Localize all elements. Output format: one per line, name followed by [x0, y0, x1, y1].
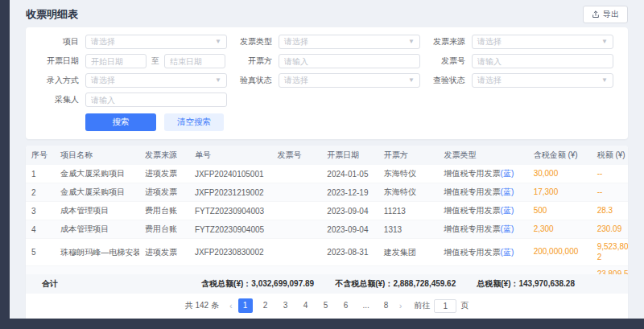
type-tag: (蓝) [501, 169, 514, 178]
cell-issuer: 东海特仪 [378, 183, 439, 202]
verify-status-label: 验真状态 [230, 75, 272, 86]
goto-page: 前往 页 [414, 299, 469, 313]
cell-seq: 1 [26, 165, 55, 183]
cell-order-no: FYTZ20230904005 [189, 220, 272, 239]
cell-tax: -- [592, 165, 628, 183]
taxed-total: 含税总额(¥)：3,032,699,097.89 [201, 278, 314, 290]
filter-invoice-date: 开票日期 至 [37, 54, 230, 68]
summary-totals: 含税总额(¥)：3,032,699,097.89 不含税总额(¥)：2,888,… [201, 278, 575, 290]
cell-invoice-no [271, 165, 321, 183]
invoice-no-label: 发票号 [423, 56, 465, 67]
cell-source: 进项发票 [139, 239, 189, 266]
clear-search-button[interactable]: 清空搜索 [164, 113, 224, 131]
chevron-down-icon: ▼ [601, 39, 608, 45]
check-status-label: 查验状态 [423, 75, 465, 86]
table-scroll-area[interactable]: 序号 项目名称 发票来源 单号 发票号 开票日期 开票方 发票类型 含税金额 (… [26, 146, 628, 274]
cell-project: 珠穆朗玛峰—电梯安装 [55, 239, 139, 266]
entry-method-select[interactable]: 请选择 ▼ [85, 73, 227, 88]
search-button[interactable]: 搜索 [85, 113, 156, 131]
type-tag: (蓝) [501, 224, 514, 233]
cell-order-no: FYTZ20230904003 [189, 202, 272, 220]
cell-date: 2023-12-19 [321, 183, 378, 202]
chevron-down-icon: ▼ [408, 77, 415, 84]
filter-entry-method: 录入方式 请选择 ▼ [37, 73, 230, 88]
verify-status-select[interactable]: 请选择 ▼ [279, 73, 420, 88]
chevron-down-icon: ▼ [601, 77, 608, 84]
cell-date: 2023-08-31 [321, 266, 378, 275]
table-row: 4 成本管理项目 费用台账 FYTZ20230904005 2023-09-04… [26, 220, 628, 239]
filter-invoice-no: 发票号 [423, 54, 617, 68]
cell-order-no: JXFP20240105001 [189, 165, 272, 183]
cell-issuer: 11213 [378, 202, 439, 220]
cell-project: 成本管理项目 [55, 202, 139, 220]
invoice-date-end-input[interactable] [164, 54, 225, 68]
tax-total: 总税额(¥)：143,970,638.28 [477, 278, 575, 290]
invoice-table: 序号 项目名称 发票来源 单号 发票号 开票日期 开票方 发票类型 含税金额 (… [26, 146, 628, 274]
cell-type: 增值税专用发票(蓝) [439, 165, 528, 183]
invoice-detail-page: 收票明细表 导出 项目 请选择 ▼ 发票类型 请 [10, 0, 644, 319]
invoice-source-select[interactable]: 请选择 ▼ [472, 35, 613, 49]
cell-source: 进项发票 [139, 183, 189, 202]
collector-label: 采集人 [37, 94, 79, 105]
page-button-3[interactable]: 3 [279, 298, 293, 313]
project-select[interactable]: 请选择 ▼ [85, 35, 227, 49]
filter-row-4: 采集人 [37, 93, 617, 107]
cell-invoice-no [271, 266, 321, 275]
page-button-1[interactable]: 1 [238, 298, 253, 313]
date-separator: 至 [151, 56, 159, 67]
pagination: 共 142 条 ‹ 1 2 3 4 5 6 ... 8 › 前往 页 [26, 294, 628, 319]
chevron-down-icon: ▼ [408, 39, 415, 45]
cell-order-no: JXFP20230830002 [189, 239, 272, 266]
table-row: 3 成本管理项目 费用台账 FYTZ20230904003 2023-09-04… [26, 202, 628, 220]
cell-amount: 17,300 [528, 183, 592, 202]
cell-invoice-no [271, 220, 321, 239]
page-button-8[interactable]: 8 [379, 298, 394, 313]
cell-amount: 2,300 [528, 220, 592, 239]
page-button-2[interactable]: 2 [258, 298, 273, 313]
cell-amount: 200,000,000 [528, 239, 592, 266]
cell-project: 金威大厦采购项目 [55, 165, 139, 183]
page-button-4[interactable]: 4 [299, 298, 313, 313]
filter-verify-status: 验真状态 请选择 ▼ [230, 73, 423, 88]
cell-issuer: 1313 [378, 220, 439, 239]
cell-date: 2024-01-05 [321, 165, 378, 183]
filter-collector: 采集人 [37, 93, 230, 107]
cell-project: 成本管理项目 [55, 220, 139, 239]
prev-page-icon[interactable]: ‹ [229, 301, 233, 310]
cell-seq: 4 [26, 220, 55, 239]
table-row: 5 珠穆朗玛峰—电梯安装 进项发票 JXFP20230830002 2023-0… [26, 239, 628, 266]
cell-tax: 9,523,809.52 [592, 239, 628, 266]
filter-buttons: 搜索 清空搜索 [85, 113, 617, 131]
invoice-date-start-input[interactable] [85, 54, 147, 68]
invoice-date-label: 开票日期 [37, 56, 79, 67]
cell-amount: 500 [528, 202, 592, 220]
export-label: 导出 [603, 9, 619, 20]
cell-issuer: 东海特仪 [378, 165, 439, 183]
page-button-6[interactable]: 6 [339, 298, 353, 313]
cell-date: 2023-09-04 [321, 202, 378, 220]
filter-check-status: 查验状态 请选择 ▼ [423, 73, 617, 88]
page-ellipsis[interactable]: ... [359, 298, 374, 313]
header-project: 项目名称 [55, 146, 139, 165]
cell-tax: 230.09 [592, 220, 628, 239]
invoice-type-select[interactable]: 请选择 ▼ [279, 35, 420, 49]
goto-page-input[interactable] [434, 299, 456, 313]
summary-label: 合计 [42, 278, 58, 290]
type-text: 增值税专用发票 [444, 169, 501, 178]
page-button-5[interactable]: 5 [319, 298, 333, 313]
filter-panel: 项目 请选择 ▼ 发票类型 请选择 ▼ 发票来源 请选择 ▼ [26, 27, 628, 139]
collector-input[interactable] [85, 93, 227, 107]
invoice-no-input[interactable] [472, 54, 613, 68]
filter-invoice-source: 发票来源 请选择 ▼ [423, 35, 617, 49]
summary-row: 合计 含税总额(¥)：3,032,699,097.89 不含税总额(¥)：2,8… [26, 274, 628, 294]
next-page-icon[interactable]: › [399, 301, 402, 310]
header-invoice-no: 发票号 [271, 146, 321, 165]
check-status-select[interactable]: 请选择 ▼ [472, 73, 613, 88]
cell-seq: 5 [26, 239, 55, 266]
type-tag: (蓝) [501, 206, 514, 215]
issuer-input[interactable] [279, 54, 420, 68]
cell-invoice-no [271, 202, 321, 220]
export-button[interactable]: 导出 [583, 6, 628, 23]
type-text: 增值税专用发票 [444, 206, 501, 215]
total-count: 共 142 条 [185, 300, 219, 311]
